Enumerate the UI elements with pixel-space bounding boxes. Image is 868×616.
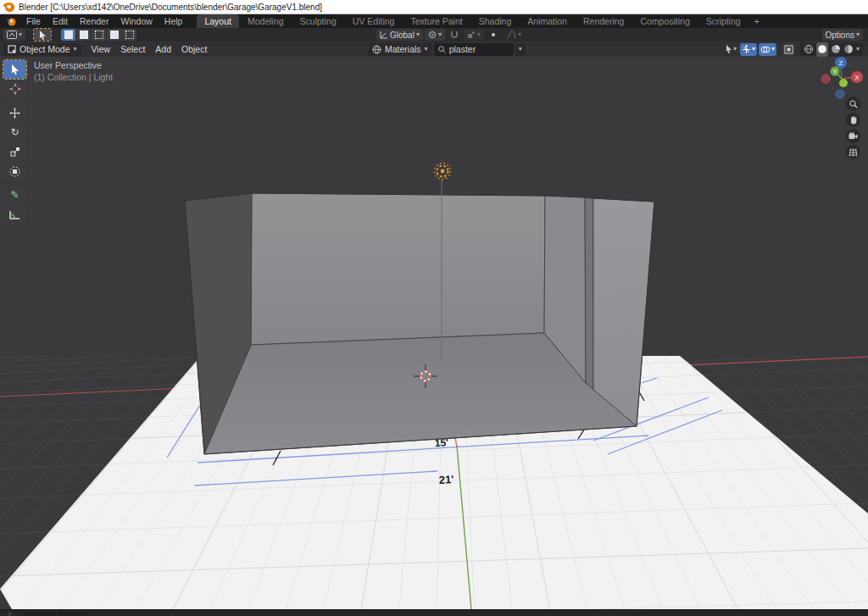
snap-toggle-button[interactable] [447, 29, 462, 41]
viewport-toolbar: ↻ ✎ [3, 60, 26, 224]
tab-rendering[interactable]: Rendering [576, 14, 632, 28]
measurement-label-21: 21' [438, 473, 453, 486]
tab-uv-editing[interactable]: UV Editing [345, 14, 403, 28]
chevron-down-icon: ▾ [519, 46, 522, 53]
perspective-toggle-button[interactable] [846, 145, 860, 159]
pivot-point-dropdown[interactable]: ▾ [425, 29, 445, 41]
select-mode-intersect[interactable] [122, 29, 136, 41]
3d-viewport[interactable]: 15' 21' 2' [0, 57, 868, 609]
pan-button[interactable] [846, 113, 860, 127]
tab-scripting[interactable]: Scripting [698, 14, 748, 28]
materials-label: Materials [385, 44, 421, 54]
tab-compositing[interactable]: Compositing [632, 14, 697, 28]
workspace-tabs: Layout Modeling Sculpting UV Editing Tex… [197, 14, 764, 28]
add-menu[interactable]: Add [150, 43, 176, 55]
move-tool[interactable] [3, 103, 26, 122]
proportional-editing-button[interactable] [486, 29, 501, 41]
selectability-dropdown[interactable]: ▾ [724, 43, 738, 56]
options-label: Options [826, 31, 854, 40]
magnifier-icon [849, 100, 858, 108]
pointer-icon [726, 45, 732, 53]
object-menu[interactable]: Object [176, 43, 212, 55]
editor-type-button[interactable]: ▾ [3, 29, 25, 41]
tab-animation[interactable]: Animation [520, 14, 575, 28]
menu-render[interactable]: Render [74, 15, 114, 27]
cursor-icon [11, 64, 19, 75]
gizmo-plus-y-axis[interactable] [839, 79, 848, 87]
gizmo-minus-x-axis[interactable] [821, 75, 830, 83]
viewport-header: Object Mode ▾ View Select Add Object Mat… [0, 42, 868, 57]
options-dropdown[interactable]: Options ▾ [822, 29, 863, 41]
search-value: plaster [449, 44, 476, 54]
cursor-tool[interactable] [3, 80, 26, 98]
add-workspace-button[interactable]: + [749, 14, 765, 28]
proportional-falloff-dropdown[interactable]: ▾ [503, 29, 525, 41]
transform-icon [9, 166, 20, 177]
gizmo-icon [742, 45, 751, 54]
transform-orientation-dropdown[interactable]: Global ▾ [376, 29, 423, 41]
3d-cursor-icon [9, 83, 21, 95]
status-icon [8, 612, 12, 616]
garage-mesh[interactable] [185, 193, 654, 454]
gizmo-minus-z-axis[interactable] [836, 90, 844, 98]
wireframe-shading-icon[interactable] [804, 44, 814, 54]
annotate-icon: ✎ [10, 190, 19, 200]
chevron-down-icon: ▾ [425, 46, 428, 53]
move-icon [9, 108, 20, 119]
navigation-gizmo[interactable]: Z X Y [816, 51, 867, 103]
status-bar [0, 609, 868, 616]
header-center-cluster: Materials ▾ plaster ▾ [368, 42, 526, 56]
tab-layout[interactable]: Layout [197, 14, 239, 28]
search-input[interactable]: plaster [434, 43, 514, 56]
menu-help[interactable]: Help [159, 15, 189, 27]
tool-settings-bar: ▾ Global ▾ ▾ ▾ [0, 28, 868, 42]
show-overlays-toggle[interactable]: ▾ [759, 43, 776, 56]
chevron-down-icon: ▾ [438, 31, 442, 38]
blender-menu-icon[interactable] [6, 17, 17, 26]
tab-sculpting[interactable]: Sculpting [292, 14, 344, 28]
measure-tool[interactable] [3, 205, 26, 224]
blender-logo-icon [5, 3, 14, 12]
tab-texture-paint[interactable]: Texture Paint [403, 14, 470, 28]
back-wall[interactable] [251, 193, 545, 345]
menu-file[interactable]: File [20, 15, 47, 27]
transform-tool[interactable] [3, 162, 26, 180]
chevron-down-icon: ▾ [416, 31, 420, 38]
camera-view-button[interactable] [846, 129, 860, 143]
search-icon [438, 46, 446, 53]
select-mode-invert[interactable] [107, 29, 121, 41]
rotate-tool[interactable]: ↻ [3, 123, 26, 142]
select-mode-new[interactable] [61, 29, 75, 41]
menu-window[interactable]: Window [114, 15, 158, 27]
mode-selector[interactable]: Object Mode ▾ [3, 43, 81, 56]
view-menu[interactable]: View [86, 43, 116, 55]
measure-icon [9, 209, 20, 219]
annotate-tool[interactable]: ✎ [3, 186, 26, 204]
show-gizmo-toggle[interactable]: ▾ [740, 43, 757, 56]
select-menu[interactable]: Select [115, 43, 150, 55]
orientation-value: Global [390, 31, 415, 40]
select-box-tool[interactable] [3, 60, 26, 79]
materials-dropdown[interactable]: Materials ▾ [368, 43, 432, 56]
tab-shading[interactable]: Shading [471, 14, 520, 28]
overlays-icon [760, 45, 771, 54]
scale-tool[interactable] [3, 142, 26, 161]
right-wall-gap[interactable] [585, 197, 593, 390]
xray-toggle[interactable] [782, 43, 795, 56]
snap-target-dropdown[interactable]: ▾ [464, 29, 484, 41]
select-mode-extend[interactable] [76, 29, 91, 41]
tab-modeling[interactable]: Modeling [240, 14, 292, 28]
xray-icon [784, 45, 793, 54]
zoom-button[interactable] [846, 97, 860, 111]
select-mode-subtract[interactable] [92, 29, 106, 41]
chevron-down-icon: ▾ [19, 31, 22, 38]
search-options-button[interactable]: ▾ [515, 43, 526, 56]
chevron-down-icon: ▾ [477, 31, 481, 38]
chevron-down-icon: ▾ [771, 46, 775, 53]
context-text: (1) Collection | Light [34, 71, 113, 83]
active-tool-button[interactable] [34, 29, 51, 41]
select-mode-group [61, 29, 136, 41]
hand-icon [849, 115, 858, 125]
chevron-down-icon: ▾ [733, 46, 737, 53]
menu-edit[interactable]: Edit [47, 15, 74, 27]
